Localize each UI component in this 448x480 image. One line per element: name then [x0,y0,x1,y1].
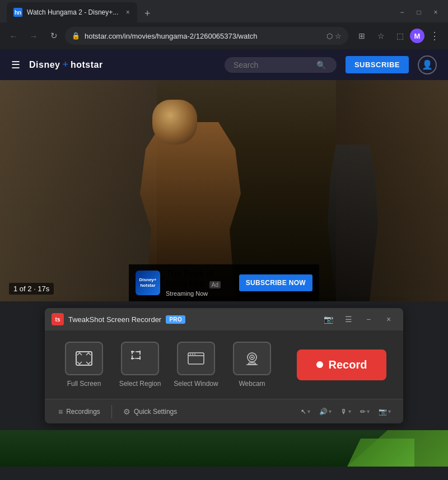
mic-tool[interactable]: 🎙 ▾ [337,406,354,418]
cast-button[interactable]: ⬚ [391,27,409,45]
camera-icon: 📷 [379,408,387,416]
bookmark-button[interactable]: ☆ [372,27,390,45]
select-region-option[interactable]: Select Region [118,342,162,388]
reload-button[interactable]: ↻ [45,27,63,45]
sketch-tool[interactable]: ✏ ▾ [357,406,373,418]
full-screen-icon [65,342,103,375]
chrome-menu-button[interactable]: ⋮ [426,27,444,45]
tab-title: Watch Hungama 2 - Disney+... [27,8,118,16]
hotstar-page: ☰ Disney + hotstar 🔍 SUBSCRIBE 👤 1 of 2 … [0,49,448,301]
recordings-button[interactable]: ≡ Recordings [54,405,105,418]
webcam-icon [233,342,271,375]
webcam-label: Webcam [239,380,265,388]
mic-arrow: ▾ [348,408,351,414]
search-input[interactable] [234,60,312,69]
tab-favicon: hn [13,8,22,17]
ad-logo: Disney+ hotstar [136,271,160,295]
hotstar-header: ☰ Disney + hotstar 🔍 SUBSCRIBE 👤 [0,49,448,80]
svg-point-14 [194,354,195,355]
recorder-minimize-button[interactable]: − [361,311,376,327]
url-text: hotstar.com/in/movies/hungama-2/12600653… [85,32,322,40]
new-tab-button[interactable]: + [139,6,155,21]
quick-settings-label: Quick Settings [134,408,177,416]
hotstar-profile-icon[interactable]: 👤 [418,55,437,74]
recorder-title: TweakShot Screen Recorder [68,315,161,324]
webcam-option[interactable]: Webcam [230,342,274,388]
full-screen-option[interactable]: Full Screen [62,342,106,388]
lock-icon: 🔒 [72,32,80,40]
chrome-browser-frame: hn Watch Hungama 2 - Disney+... × + − □ … [0,0,448,49]
record-dot [316,361,323,368]
record-label: Record [329,358,367,371]
maximize-button[interactable]: □ [411,4,427,20]
recorder-main-area: Full Screen Select Region [45,330,403,399]
svg-point-17 [251,357,253,358]
toolbar-icons: ⊞ ☆ ⬚ M ⋮ [353,27,444,45]
hotstar-search-bar[interactable]: 🔍 [225,57,337,73]
audio-tool[interactable]: 🔊 ▾ [316,406,335,418]
full-screen-label: Full Screen [67,380,101,388]
footer-tools: ↖ ▾ 🔊 ▾ 🎙 ▾ ✏ ▾ 📷 ▾ [297,406,394,418]
recordings-label: Recordings [66,408,100,416]
window-controls: − □ × [394,4,444,20]
recorder-screenshot-button[interactable]: 📷 [320,311,336,327]
camera-arrow: ▾ [388,408,391,414]
address-bar: ← → ↻ 🔒 hotstar.com/in/movies/hungama-2/… [0,22,448,49]
hotstar-logo-text: Disney [29,60,60,70]
url-actions: ⬡ ☆ [326,32,342,40]
svg-rect-1 [132,352,140,358]
ad-subtitle: Streaming Now [166,290,234,297]
forward-button[interactable]: → [25,27,43,45]
audio-icon: 🔊 [319,408,328,416]
star-icon: ☆ [335,32,342,40]
sketch-arrow: ▾ [367,408,370,414]
recordings-icon: ≡ [58,407,63,416]
select-window-label: Select Window [174,380,218,388]
extensions-button[interactable]: ⊞ [353,27,371,45]
audio-arrow: ▾ [329,408,332,414]
close-button[interactable]: × [428,4,444,20]
svg-point-13 [192,354,193,355]
ad-logo-text: Disney+ hotstar [139,277,157,288]
ad-overlay: Disney+ hotstar The Book of Boba Fett Ad… [129,264,319,301]
minimize-button[interactable]: − [394,4,410,20]
leaf-decoration-2 [347,439,414,467]
profile-user-icon: 👤 [422,59,433,70]
cursor-tool[interactable]: ↖ ▾ [297,406,314,418]
record-button[interactable]: Record [297,349,386,380]
tab-close-button[interactable]: × [123,7,133,17]
ad-title: The Book of Boba Fett [166,269,214,288]
subscribe-button[interactable]: SUBSCRIBE [346,56,409,73]
recorder-panel: ts TweakShot Screen Recorder PRO 📷 ☰ − ×… [45,308,403,423]
recorder-close-button[interactable]: × [381,311,396,327]
profile-avatar[interactable]: M [410,29,424,43]
recorder-controls: 📷 ☰ − × [320,311,396,327]
tab-bar: hn Watch Hungama 2 - Disney+... × + − □ … [0,0,448,22]
video-player[interactable]: 1 of 2 · 17s Disney+ hotstar The Book of… [0,80,448,301]
background-greenery [0,430,448,467]
back-button[interactable]: ← [4,27,22,45]
quick-settings-icon: ⚙ [123,407,130,416]
select-window-icon [177,342,215,375]
url-bar[interactable]: 🔒 hotstar.com/in/movies/hungama-2/126006… [65,27,348,45]
search-icon: 🔍 [316,60,326,69]
ad-badge: Ad [209,281,221,288]
hotstar-menu-icon[interactable]: ☰ [11,59,20,71]
ad-subscribe-button[interactable]: SUBSCRIBE NOW [239,274,312,291]
hotstar-brand-text: hotstar [71,60,103,70]
hotstar-logo-plus: + [62,59,68,71]
recorder-menu-button[interactable]: ☰ [340,311,356,327]
recorder-logo: ts [52,313,64,325]
footer-separator-1 [111,405,112,418]
cursor-arrow: ▾ [307,408,310,414]
sketch-icon: ✏ [360,408,366,416]
select-window-option[interactable]: Select Window [174,342,218,388]
quick-settings-button[interactable]: ⚙ Quick Settings [119,405,181,418]
ad-title-row: The Book of Boba Fett Ad [166,269,234,289]
camera-tool[interactable]: 📷 ▾ [375,406,394,418]
cursor-icon: ↖ [301,408,306,416]
ad-text-block: The Book of Boba Fett Ad Streaming Now [166,269,234,297]
active-tab[interactable]: hn Watch Hungama 2 - Disney+... × [7,2,137,22]
video-ad-counter: 1 of 2 · 17s [9,283,54,295]
hotstar-logo: Disney + hotstar [29,59,103,71]
